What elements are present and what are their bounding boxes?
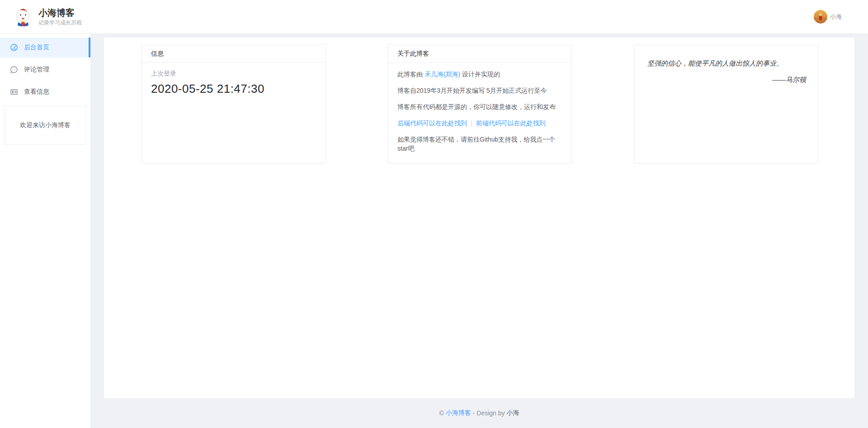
about-line-code-links: 后端代码可以在此处找到|前端代码可以在此处找到: [397, 119, 562, 128]
quote-text: 坚强的信心，能使平凡的人做出惊人的事业。: [647, 58, 806, 68]
about-author-prefix: 此博客由: [397, 71, 425, 78]
main-area: 信息 上次登录 2020-05-25 21:47:30 关于此博客 此博客由 禾…: [90, 34, 868, 428]
sidebar: 后台首页 评论管理 查看信息: [0, 34, 90, 428]
about-line-author: 此博客由 禾几海(郑海) 设计并实现的: [397, 70, 562, 79]
dashboard-icon: [10, 43, 18, 52]
app-header: 小海博客 记录学习成长历程 小海: [0, 0, 868, 34]
page-footer: © 小海博客 - Design by 小海: [104, 398, 854, 428]
about-line-history: 博客自2019年3月开始开发编写 5月开始正式运行至今: [397, 86, 562, 95]
quote-author: ——马尔顿: [647, 76, 806, 84]
footer-author: 小海: [507, 409, 519, 417]
user-name[interactable]: 小海: [830, 13, 842, 21]
id-card-icon: [10, 88, 18, 96]
quote-card: 坚强的信心，能使平凡的人做出惊人的事业。 ——马尔顿: [634, 44, 818, 163]
author-link[interactable]: 禾几海(郑海): [425, 71, 460, 78]
site-title: 小海博客: [38, 7, 82, 18]
about-card-body: 此博客由 禾几海(郑海) 设计并实现的 博客自2019年3月开始开发编写 5月开…: [388, 63, 571, 153]
site-logo-icon: [14, 7, 33, 26]
frontend-code-link[interactable]: 前端代码可以在此处找到: [476, 119, 546, 127]
info-card: 信息 上次登录 2020-05-25 21:47:30: [142, 44, 326, 163]
footer-site-link[interactable]: 小海博客: [446, 409, 471, 417]
about-card-title: 关于此博客: [388, 45, 571, 63]
link-separator: |: [467, 119, 476, 127]
info-card-body: 上次登录 2020-05-25 21:47:30: [142, 63, 325, 103]
brand-text: 小海博客 记录学习成长历程: [38, 7, 82, 27]
site-subtitle: 记录学习成长历程: [38, 19, 82, 27]
cards-row: 信息 上次登录 2020-05-25 21:47:30 关于此博客 此博客由 禾…: [142, 44, 818, 163]
sidebar-item-dashboard[interactable]: 后台首页: [0, 38, 90, 57]
comment-icon: [10, 66, 18, 74]
user-avatar[interactable]: [814, 10, 827, 24]
sidebar-item-comments[interactable]: 评论管理: [0, 60, 90, 80]
user-menu[interactable]: 小海: [814, 10, 842, 24]
last-login-label: 上次登录: [151, 70, 316, 78]
about-author-suffix: 设计并实现的: [460, 71, 500, 78]
backend-code-link[interactable]: 后端代码可以在此处找到: [397, 119, 467, 127]
last-login-time: 2020-05-25 21:47:30: [151, 82, 316, 96]
copyright-symbol: ©: [439, 409, 443, 417]
about-card: 关于此博客 此博客由 禾几海(郑海) 设计并实现的 博客自2019年3月开始开发…: [388, 44, 572, 163]
sidebar-item-label: 查看信息: [24, 88, 49, 96]
sidebar-item-label: 评论管理: [24, 66, 49, 74]
content-panel: 信息 上次登录 2020-05-25 21:47:30 关于此博客 此博客由 禾…: [104, 38, 854, 398]
about-line-opensource: 博客所有代码都是开源的，你可以随意修改，运行和发布: [397, 102, 562, 111]
sidebar-item-label: 后台首页: [24, 43, 49, 52]
welcome-text: 欢迎来访小海博客: [20, 121, 71, 129]
quote-card-body: 坚强的信心，能使平凡的人做出惊人的事业。 ——马尔顿: [635, 45, 818, 84]
sidebar-item-view-info[interactable]: 查看信息: [0, 82, 90, 102]
footer-middle-text: - Design by: [473, 409, 505, 417]
info-card-title: 信息: [142, 45, 325, 63]
welcome-card: 欢迎来访小海博客: [5, 106, 86, 145]
brand: 小海博客 记录学习成长历程: [14, 7, 82, 27]
about-line-star: 如果觉得博客还不错，请前往Github支持我，给我点一个star吧: [397, 135, 562, 153]
page-body: 后台首页 评论管理 查看信息: [0, 34, 868, 428]
